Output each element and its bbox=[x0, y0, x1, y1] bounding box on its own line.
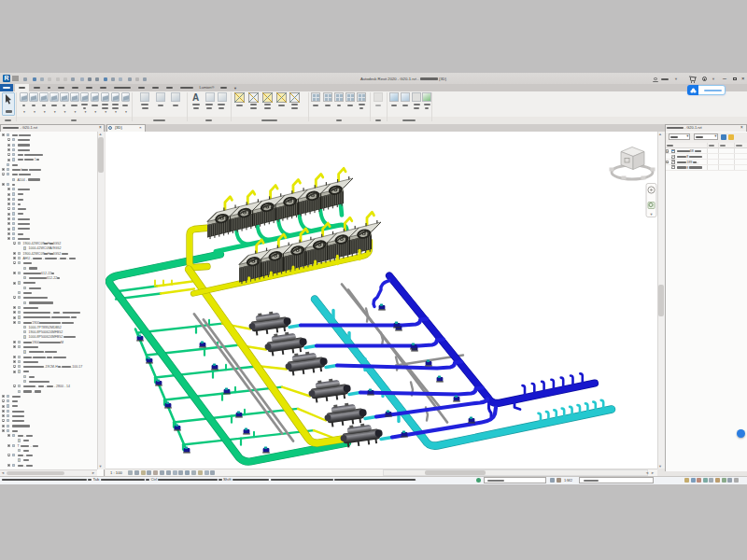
svg-text:▼: ▼ bbox=[650, 211, 654, 216]
